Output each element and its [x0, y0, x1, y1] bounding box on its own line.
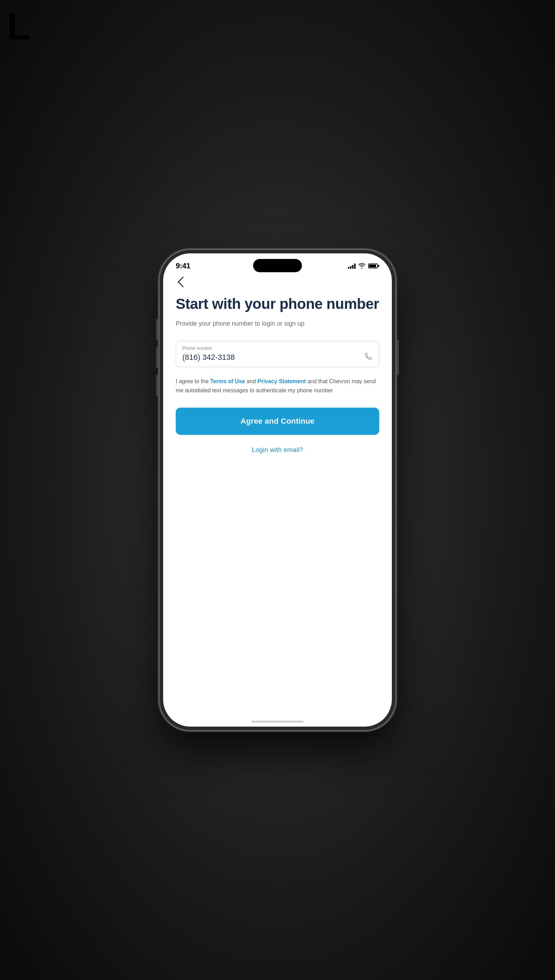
phone-receiver-icon: [364, 352, 373, 363]
terms-text: I agree to the Terms of Use and Privacy …: [176, 377, 379, 395]
phone-screen: 9:41: [163, 253, 392, 727]
home-indicator: [251, 721, 304, 723]
page-title: Start with your phone number: [176, 295, 379, 313]
back-button[interactable]: [176, 276, 188, 288]
phone-input-label: Phone number: [182, 346, 373, 351]
login-with-email-link[interactable]: Login with email?: [176, 446, 379, 454]
status-time: 9:41: [176, 261, 190, 270]
status-icons: [348, 263, 379, 269]
phone-input-row: (816) 342-3138: [182, 352, 373, 363]
phone-frame: 9:41: [159, 249, 396, 731]
terms-of-use-link[interactable]: Terms of Use: [210, 378, 245, 384]
phone-input-group[interactable]: Phone number (816) 342-3138: [176, 341, 379, 367]
agree-continue-button[interactable]: Agree and Continue: [176, 408, 379, 435]
privacy-statement-link[interactable]: Privacy Statement: [258, 378, 306, 384]
app-content: Start with your phone number Provide you…: [163, 273, 392, 466]
signal-icon: [348, 263, 356, 269]
battery-icon: [368, 264, 379, 269]
page-subtitle: Provide your phone number to login or si…: [176, 319, 379, 328]
wifi-icon: [358, 263, 365, 269]
phone-input-value: (816) 342-3138: [182, 353, 235, 362]
back-arrow-icon: [178, 277, 188, 287]
dynamic-island: [253, 259, 302, 272]
corner-letter: L: [7, 7, 30, 45]
